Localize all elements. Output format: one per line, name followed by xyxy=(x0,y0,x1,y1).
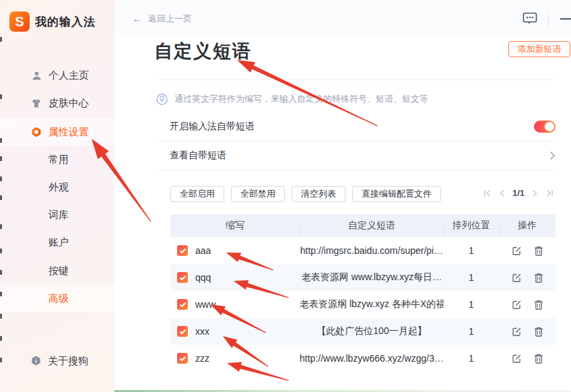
sidebar-item-常用[interactable]: 常用 xyxy=(0,146,114,173)
edit-icon[interactable] xyxy=(512,246,522,256)
trash-icon[interactable] xyxy=(534,327,543,337)
sidebar-item-外观[interactable]: 外观 xyxy=(0,174,114,201)
position-value: 1 xyxy=(444,245,499,256)
sidebar-item-属性设置[interactable]: 属性设置 xyxy=(0,119,114,145)
phrase-text: 老表资源网 www.lbzyw.xyz每日… xyxy=(300,271,444,284)
minimize-button[interactable] xyxy=(560,18,571,20)
toggle-knob xyxy=(545,122,554,131)
table-row-aaa: aaahttp://imgsrc.baidu.com/super/pi…1 xyxy=(170,237,556,264)
view-builtin-row[interactable]: 查看自带短语 xyxy=(170,148,556,164)
back-arrow-icon: ← xyxy=(132,13,143,24)
page-indicator: 1/1 xyxy=(512,188,525,198)
tshirt-icon xyxy=(31,98,42,108)
row-checkbox[interactable] xyxy=(177,326,188,337)
abbr-cell: www xyxy=(170,299,300,310)
table-row-zzz: zzzhttp://www.lbzyw666.xyz/wzgg/3…1 xyxy=(170,345,556,372)
abbr-text: aaa xyxy=(195,245,211,256)
sogou-logo-icon: S xyxy=(9,11,30,32)
back-button[interactable]: ← 返回上一页 xyxy=(132,13,192,25)
divider xyxy=(156,170,556,171)
add-phrase-button[interactable]: 添加新短语 xyxy=(508,41,570,57)
sidebar-item-词库[interactable]: 词库 xyxy=(0,201,114,228)
trash-icon[interactable] xyxy=(534,273,543,283)
sidebar-about-label: 关于搜狗 xyxy=(48,355,88,368)
topbar-divider xyxy=(548,10,549,27)
next-page-button[interactable] xyxy=(532,189,538,197)
bulk-action-button-全部启用[interactable]: 全部启用 xyxy=(170,186,224,202)
sidebar-item-账户[interactable]: 账户 xyxy=(0,229,114,256)
svg-text:i: i xyxy=(35,357,36,364)
position-value: 1 xyxy=(444,326,499,337)
edge-artifact xyxy=(0,138,2,143)
sidebar: S 我的输入法 个人主页皮肤中心属性设置常用外观词库账户按键高级 i 关于搜狗 xyxy=(0,0,114,392)
sidebar-item-label: 皮肤中心 xyxy=(48,97,89,110)
edge-artifact xyxy=(0,292,2,296)
row-actions xyxy=(499,327,556,337)
prev-page-button[interactable] xyxy=(499,189,505,197)
row-checkbox[interactable] xyxy=(177,353,188,364)
phrase-text: 老表资源纲 lbzyw.xyz 各种牛X的福… xyxy=(300,298,444,311)
edge-artifact xyxy=(0,358,2,362)
sidebar-item-about[interactable]: i 关于搜狗 xyxy=(31,355,88,368)
edit-icon[interactable] xyxy=(512,354,522,364)
column-header-缩写: 缩写 xyxy=(170,220,300,232)
edit-icon[interactable] xyxy=(512,300,522,310)
trash-icon[interactable] xyxy=(534,246,543,256)
sidebar-item-label: 按键 xyxy=(48,265,69,277)
app-window: S 我的输入法 个人主页皮肤中心属性设置常用外观词库账户按键高级 i 关于搜狗 … xyxy=(0,0,571,392)
edge-artifact xyxy=(0,249,2,253)
sidebar-item-高级[interactable]: 高级 xyxy=(0,285,114,312)
bulk-action-button-清空列表[interactable]: 清空列表 xyxy=(292,186,345,202)
row-checkbox[interactable] xyxy=(177,245,188,256)
toggle-label: 开启输入法自带短语 xyxy=(170,121,255,133)
sidebar-item-label: 词库 xyxy=(48,209,69,222)
edge-artifact xyxy=(0,314,2,319)
builtin-phrases-toggle[interactable] xyxy=(534,121,556,133)
abbr-cell: qqq xyxy=(170,272,300,283)
lightbulb-icon xyxy=(156,94,168,105)
abbr-text: zzz xyxy=(195,353,209,364)
row-actions xyxy=(499,273,556,283)
position-value: 1 xyxy=(444,299,499,310)
table-row-www: www老表资源纲 lbzyw.xyz 各种牛X的福…1 xyxy=(170,291,556,318)
sidebar-item-个人主页[interactable]: 个人主页 xyxy=(0,62,114,89)
bulk-action-button-全部禁用[interactable]: 全部禁用 xyxy=(231,186,285,202)
row-actions xyxy=(499,246,556,256)
sidebar-item-label: 外观 xyxy=(48,181,69,194)
sidebar-item-label: 高级 xyxy=(48,292,69,305)
tip-text: 通过英文字符作为编写，来输入自定义的特殊符号、短语、短文等 xyxy=(174,93,428,105)
abbr-cell: aaa xyxy=(170,245,300,256)
app-title: 我的输入法 xyxy=(35,14,96,30)
chevron-right-icon xyxy=(549,151,556,160)
sidebar-item-皮肤中心[interactable]: 皮肤中心 xyxy=(0,90,114,117)
table-row-xxx: xxx【此处广告位100一月起】1 xyxy=(170,318,556,345)
trash-icon[interactable] xyxy=(534,300,543,310)
row-checkbox[interactable] xyxy=(177,299,188,310)
row-actions xyxy=(499,354,556,364)
abbr-cell: zzz xyxy=(170,353,300,364)
first-page-button[interactable] xyxy=(483,189,492,197)
builtin-toggle-row: 开启输入法自带短语 xyxy=(170,119,556,135)
view-builtin-label: 查看自带短语 xyxy=(170,150,226,162)
edit-icon[interactable] xyxy=(512,327,522,337)
phrase-text: http://www.lbzyw666.xyz/wzgg/3… xyxy=(300,353,444,364)
bulk-action-button-直接编辑配置文件[interactable]: 直接编辑配置文件 xyxy=(352,186,441,202)
divider xyxy=(156,141,556,141)
row-checkbox[interactable] xyxy=(177,272,188,283)
sidebar-item-按键[interactable]: 按键 xyxy=(0,257,114,284)
trash-icon[interactable] xyxy=(534,354,543,364)
position-value: 1 xyxy=(444,272,499,283)
pagination: 1/1 xyxy=(483,188,553,198)
feedback-icon[interactable] xyxy=(523,12,537,28)
row-actions xyxy=(499,300,556,310)
last-page-button[interactable] xyxy=(545,189,553,197)
info-icon: i xyxy=(31,356,41,368)
abbr-text: www xyxy=(195,299,215,310)
column-header-排列位置: 排列位置 xyxy=(444,220,499,232)
sidebar-item-label: 账户 xyxy=(48,236,69,249)
abbr-cell: xxx xyxy=(170,326,300,337)
back-label: 返回上一页 xyxy=(148,13,192,25)
edit-icon[interactable] xyxy=(512,273,522,283)
edge-artifact xyxy=(0,176,2,181)
edge-artifact xyxy=(0,336,2,341)
